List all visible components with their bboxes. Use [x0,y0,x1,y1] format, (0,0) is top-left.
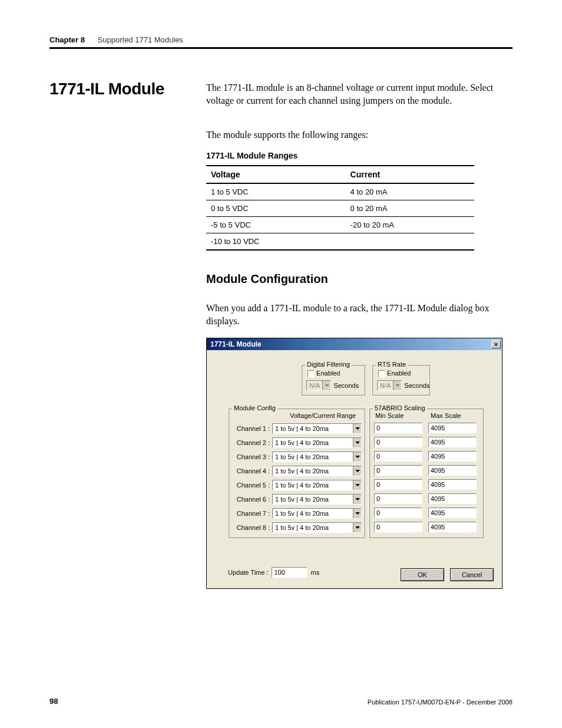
digital-filtering-seconds-unit: Seconds [333,382,359,389]
scaling-row: 0 4095 [374,522,477,532]
rts-rate-enabled-row: Enabled [378,370,411,377]
digital-filtering-enabled-checkbox[interactable] [308,370,315,377]
min-scale-input[interactable]: 0 [374,522,422,532]
scaling-row: 0 4095 [374,465,477,476]
channel-range-combo[interactable]: 1 to 5v | 4 to 20ma [272,494,362,505]
table-row: 0 to 5 VDC 0 to 20 mA [206,200,474,217]
range-current-cell: -20 to 20 mA [346,217,474,233]
chevron-down-icon [393,381,401,390]
scaling-group: 57ABRIO Scaling Min Scale Max Scale 0 40… [369,408,484,539]
min-scale-input[interactable]: 0 [374,493,422,504]
module-dialog: 1771-IL Module × Digital Filtering Enabl… [206,338,503,589]
min-scale-input[interactable]: 0 [374,423,422,433]
chevron-down-icon [353,452,361,462]
chevron-down-icon [353,523,361,532]
digital-filtering-group: Digital Filtering Enabled N/A Seconds [301,364,366,396]
min-scale-input[interactable]: 0 [374,465,422,476]
section-heading: 1771-IL Module [49,80,164,98]
digital-filtering-enabled-row: Enabled [308,370,340,377]
channel-range-value: 1 to 5v | 4 to 20ma [273,524,353,531]
page-header: Chapter 8 Supported 1771 Modules [49,35,513,44]
header-rule [49,47,513,49]
ok-button[interactable]: OK [401,568,444,581]
channel-row: Channel 8 : 1 to 5v | 4 to 20ma [233,522,362,533]
update-time-row: Update Time : 100 ms [228,567,319,578]
channel-label: Channel 4 : [233,467,270,475]
module-config-column-header: Voltage/Current Range [290,412,356,419]
channel-row: Channel 2 : 1 to 5v | 4 to 20ma [233,437,362,449]
table-row: 1 to 5 VDC 4 to 20 mA [206,183,474,200]
chevron-down-icon [322,381,330,390]
chevron-down-icon [353,480,361,490]
max-scale-input[interactable]: 4095 [428,522,477,532]
min-scale-input[interactable]: 0 [374,451,422,462]
max-scale-input[interactable]: 4095 [428,465,477,476]
min-scale-input[interactable]: 0 [374,479,422,490]
rts-rate-seconds-combo[interactable]: N/A [377,380,402,391]
channel-range-combo[interactable]: 1 to 5v | 4 to 20ma [272,480,362,490]
cancel-button[interactable]: Cancel [450,568,494,581]
range-current-cell: 0 to 20 mA [346,200,474,217]
channel-range-value: 1 to 5v | 4 to 20ma [273,482,353,489]
rts-rate-enabled-checkbox[interactable] [378,370,385,377]
channel-range-combo[interactable]: 1 to 5v | 4 to 20ma [272,437,362,448]
chevron-down-icon [353,495,361,504]
max-scale-input[interactable]: 4095 [428,451,477,462]
channel-row: Channel 6 : 1 to 5v | 4 to 20ma [233,493,362,505]
module-config-subheading: Module Configuration [206,272,328,286]
chevron-down-icon [353,424,361,433]
module-description-paragraph: The 1771-IL module is an 8-channel volta… [206,81,513,108]
range-voltage-cell: -10 to 10 VDC [206,233,346,251]
range-current-cell [346,233,474,251]
digital-filtering-seconds-combo[interactable]: N/A [306,380,331,391]
channel-range-combo[interactable]: 1 to 5v | 4 to 20ma [272,508,362,519]
module-config-group: Module Config Voltage/Current Range Chan… [228,408,366,539]
dialog-button-row: OK Cancel [401,568,494,581]
chevron-down-icon [353,509,361,518]
channel-range-value: 1 to 5v | 4 to 20ma [273,467,353,475]
page-number: 98 [49,697,58,706]
rts-rate-enabled-label: Enabled [387,370,411,377]
scaling-min-header: Min Scale [375,412,404,419]
max-scale-input[interactable]: 4095 [428,479,477,490]
channel-label: Channel 5 : [233,482,270,489]
max-scale-input[interactable]: 4095 [428,493,477,504]
update-time-unit: ms [310,569,319,576]
module-config-paragraph: When you add a 1771-IL module to a rack,… [206,302,513,328]
channel-row: Channel 5 : 1 to 5v | 4 to 20ma [233,479,362,491]
scaling-max-header: Max Scale [431,412,461,419]
channel-range-combo[interactable]: 1 to 5v | 4 to 20ma [272,466,362,476]
update-time-label: Update Time : [228,569,268,576]
scaling-legend: 57ABRIO Scaling [373,404,427,411]
scaling-row: 0 4095 [374,493,477,504]
close-icon[interactable]: × [491,340,501,348]
scaling-row: 0 4095 [374,508,477,518]
chevron-down-icon [353,466,361,476]
channel-range-combo[interactable]: 1 to 5v | 4 to 20ma [272,522,362,533]
channel-range-value: 1 to 5v | 4 to 20ma [273,510,353,517]
min-scale-input[interactable]: 0 [374,437,422,447]
digital-filtering-legend: Digital Filtering [305,361,352,368]
chapter-number: Chapter 8 [49,35,85,44]
scaling-row: 0 4095 [374,451,477,462]
max-scale-input[interactable]: 4095 [428,423,477,433]
channel-row: Channel 3 : 1 to 5v | 4 to 20ma [233,451,362,463]
channel-range-combo[interactable]: 1 to 5v | 4 to 20ma [272,423,362,434]
max-scale-input[interactable]: 4095 [428,437,477,447]
range-voltage-cell: 1 to 5 VDC [206,183,346,200]
channel-label: Channel 1 : [233,425,270,432]
max-scale-input[interactable]: 4095 [428,508,477,518]
update-time-input[interactable]: 100 [272,567,307,578]
publication-info: Publication 1757-UM007D-EN-P - December … [368,699,513,706]
scaling-row: 0 4095 [374,479,477,490]
channel-range-value: 1 to 5v | 4 to 20ma [273,425,353,432]
min-scale-input[interactable]: 0 [374,508,422,518]
scaling-row: 0 4095 [374,423,477,433]
channel-label: Channel 3 : [233,453,270,460]
channel-row: Channel 1 : 1 to 5v | 4 to 20ma [233,423,362,434]
channel-range-combo[interactable]: 1 to 5v | 4 to 20ma [272,452,362,462]
rts-rate-legend: RTS Rate [376,361,408,368]
table-row: -10 to 10 VDC [206,233,474,251]
rts-rate-seconds-value: N/A [378,382,393,389]
module-config-legend: Module Config [232,404,277,411]
